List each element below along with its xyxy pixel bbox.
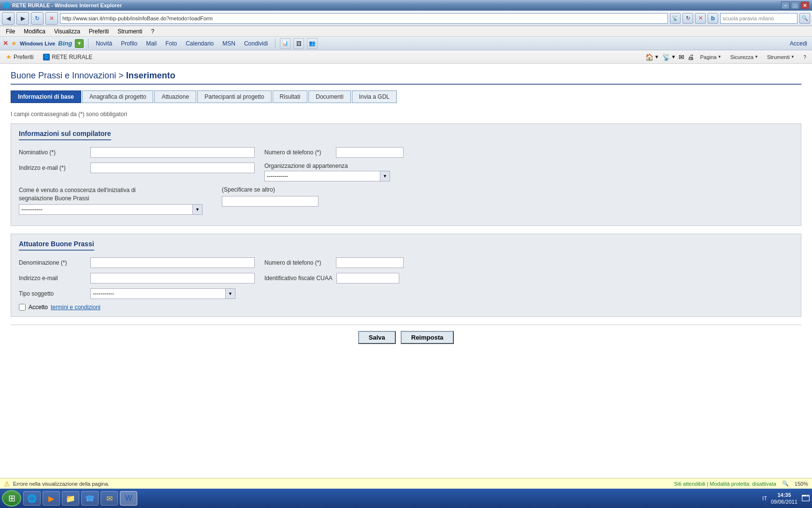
denominazione-input[interactable] — [90, 257, 255, 268]
nominativo-label: Nominativo (*) — [19, 149, 87, 156]
skype-taskbar-btn[interactable]: ☎ — [81, 491, 99, 506]
pagina-button[interactable]: Pagina▼ — [697, 53, 724, 61]
tipo-dropdown-wrapper: ▼ — [90, 288, 235, 299]
sicurezza-button[interactable]: Sicurezza▼ — [727, 53, 761, 61]
email2-label: Indirizzo e-mail — [19, 275, 87, 282]
page-refresh-icon[interactable]: ↻ — [682, 13, 693, 24]
word-taskbar-btn[interactable]: W — [120, 491, 137, 506]
cuaa-group: Identificativo fiscale CUAA — [264, 273, 399, 284]
folder-taskbar-btn[interactable]: 📁 — [62, 491, 79, 506]
toolbar-msn[interactable]: MSN — [219, 39, 238, 48]
tipo-dropdown-btn[interactable]: ▼ — [226, 288, 235, 299]
toolbar-calendario[interactable]: Calendario — [183, 39, 217, 48]
telefono-input[interactable] — [336, 147, 404, 158]
toolbar-profilo[interactable]: Profilo — [118, 39, 140, 48]
menu-file[interactable]: File — [2, 27, 19, 36]
accetto-checkbox[interactable] — [19, 304, 26, 311]
toolbar-mail[interactable]: Mail — [143, 39, 160, 48]
search-input[interactable] — [720, 13, 798, 24]
bing-label[interactable]: Bing — [58, 40, 72, 47]
toolbar-icon-3[interactable]: 👥 — [307, 38, 318, 49]
specificare-input[interactable] — [222, 196, 319, 207]
menu-help[interactable]: ? — [147, 27, 159, 36]
stop-red-icon[interactable]: ✕ — [695, 13, 706, 24]
address-bar: ◀ ▶ ↻ ✕ 📡 ↻ ✕ b 🔍 — [0, 11, 812, 26]
organizzazione-dropdown-btn[interactable]: ▼ — [380, 171, 390, 181]
start-button[interactable]: ⊞ — [2, 490, 21, 507]
search-bing-icon[interactable]: b — [708, 13, 718, 24]
minimize-button[interactable]: – — [781, 1, 790, 9]
bing-dropdown-button[interactable]: ▼ — [75, 39, 84, 48]
stop-button[interactable]: ✕ — [45, 12, 58, 25]
word-icon: W — [125, 494, 132, 503]
ie-taskbar-btn[interactable]: 🌐 — [23, 491, 41, 506]
rss-group[interactable]: 📡 ▼ — [662, 53, 676, 61]
toolbar-condividi[interactable]: Condividi — [241, 39, 271, 48]
termini-link[interactable]: termini e condizioni — [51, 304, 101, 311]
reimposta-button[interactable]: Reimposta — [401, 331, 454, 344]
close-button[interactable]: ✕ — [800, 1, 809, 9]
heading-prefix: Buone Prassi e Innovazioni > — [11, 71, 126, 80]
back-button[interactable]: ◀ — [2, 12, 14, 25]
toolbar-icon-2[interactable]: 🖼 — [293, 38, 304, 49]
tab-risultati[interactable]: Risultati — [273, 90, 308, 103]
email-input[interactable] — [90, 163, 255, 173]
favorites-label: Preferiti — [14, 54, 33, 60]
rete-rurale-label: RETE RURALE — [52, 54, 92, 60]
toolbar-icon-1[interactable]: 📊 — [280, 38, 290, 49]
strumenti-button[interactable]: Strumenti▼ — [764, 53, 798, 61]
accedi-button[interactable]: Accedi — [788, 39, 809, 48]
mail-taskbar-btn[interactable]: ✉ — [101, 491, 118, 506]
menu-preferiti[interactable]: Preferiti — [85, 27, 113, 36]
maximize-button[interactable]: □ — [791, 1, 799, 9]
main-content-scroll[interactable]: Buone Prassi e Innovazioni > Inserimento… — [0, 64, 812, 464]
tipo-input[interactable] — [90, 288, 226, 299]
come-dropdown-btn[interactable]: ▼ — [193, 204, 203, 215]
windows-live-star-icon: ★ — [11, 40, 17, 47]
mail-icon-btn[interactable]: ✉ — [679, 53, 684, 61]
organizzazione-dropdown-wrapper: ▼ — [264, 171, 390, 181]
toolbar-foto[interactable]: Foto — [162, 39, 180, 48]
title-bar-controls: – □ ✕ — [781, 1, 809, 9]
nominativo-input[interactable] — [90, 147, 255, 158]
email2-input[interactable] — [90, 273, 255, 284]
rete-rurale-favorite[interactable]: 🌐 RETE RURALE — [40, 53, 95, 61]
toolbar-close-button[interactable]: ✕ — [3, 40, 8, 47]
tab-attuazione[interactable]: Attuazione — [154, 90, 196, 103]
required-note: I campi contrassegnati da (*) sono obbli… — [11, 111, 801, 118]
toolbar-novita[interactable]: Novità — [93, 39, 115, 48]
salva-button[interactable]: Salva — [358, 331, 396, 344]
windows-live-label[interactable]: Windows Live — [20, 41, 55, 46]
help-button[interactable]: ? — [800, 53, 809, 61]
menu-modifica[interactable]: Modifica — [20, 27, 49, 36]
telefono2-input[interactable] — [336, 257, 404, 268]
tab-anagrafica[interactable]: Anagrafica di progetto — [82, 90, 153, 103]
refresh-button[interactable]: ↻ — [31, 12, 44, 25]
home-group[interactable]: 🏠 ▼ — [645, 53, 659, 61]
tab-invia-gdl[interactable]: Invia a GDL — [352, 90, 397, 103]
menu-strumenti[interactable]: Strumenti — [114, 27, 146, 36]
wmp-taskbar-btn[interactable]: ▶ — [43, 491, 60, 506]
print-icon-btn[interactable]: 🖨 — [687, 53, 694, 61]
rss-icon[interactable]: 📡 — [670, 13, 681, 24]
status-security: Siti attendibili | Modalità protetta: di… — [674, 481, 776, 487]
tab-informazioni-base[interactable]: Informazioni di base — [11, 90, 81, 103]
tab-documenti[interactable]: Documenti — [308, 90, 350, 103]
organizzazione-input[interactable] — [264, 171, 380, 181]
address-input[interactable] — [60, 13, 668, 24]
cuaa-input[interactable] — [336, 273, 399, 284]
come-input[interactable] — [19, 204, 193, 215]
menu-visualizza[interactable]: Visualizza — [50, 27, 84, 36]
form-row-denominazione: Denominazione (*) Numero di telefono (*) — [19, 257, 793, 268]
favorites-button[interactable]: ★ Preferiti — [3, 52, 36, 61]
toolbar-separator-1 — [88, 39, 88, 48]
tab-partecipanti[interactable]: Partecipanti al progetto — [197, 90, 271, 103]
search-button[interactable]: 🔍 — [799, 13, 810, 24]
mail-taskbar-icon: ✉ — [106, 494, 113, 503]
form-row-tipo: Tipo soggetto ▼ — [19, 288, 793, 299]
forward-button[interactable]: ▶ — [16, 12, 29, 25]
cuaa-label: Identificativo fiscale CUAA — [264, 275, 333, 282]
tipo-group: Tipo soggetto ▼ — [19, 288, 235, 299]
come-label: Come è venuto a conoscenza dell'iniziati… — [19, 186, 164, 203]
show-desktop-icon[interactable]: 🗔 — [801, 493, 810, 504]
